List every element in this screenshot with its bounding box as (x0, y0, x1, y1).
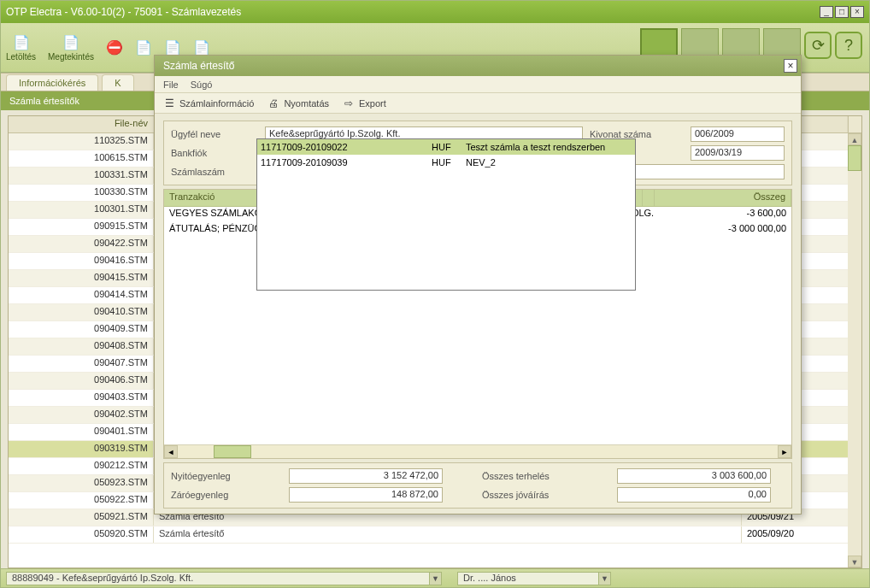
scroll-left-icon[interactable]: ◄ (164, 445, 178, 458)
tool-4[interactable]: 📄 (135, 39, 152, 56)
field-date[interactable]: 2009/03/19 (691, 145, 785, 161)
cell-file: 100330.STM (9, 185, 154, 201)
download-tool[interactable]: 📄 Letöltés (6, 33, 36, 62)
tab-info[interactable]: Információkérés (6, 74, 98, 91)
window-controls: _ □ × (820, 6, 864, 18)
tool-6[interactable]: 📄 (193, 39, 210, 56)
doc-icon: 📄 (164, 39, 181, 56)
scroll-thumb-h[interactable] (214, 445, 251, 458)
scroll-right-icon[interactable]: ► (778, 445, 791, 458)
minimize-button[interactable]: _ (820, 6, 833, 18)
col-amount[interactable]: Összeg (655, 190, 791, 206)
help-button[interactable]: ? (835, 32, 862, 59)
label-credit: Összes jóváírás (482, 490, 610, 500)
label-account: Számlaszám (171, 167, 258, 177)
cell-date: 2005/09/20 (742, 526, 861, 543)
cell-file: 090407.STM (9, 356, 154, 372)
cell-file: 090416.STM (9, 253, 154, 269)
scroll-down-icon[interactable]: ▼ (848, 556, 861, 567)
action-print[interactable]: 🖨 Nyomtatás (267, 97, 329, 109)
doc-icon: 📄 (193, 39, 210, 56)
cell-file: 100301.STM (9, 202, 154, 218)
table-row[interactable]: 050920.STMSzámla értesítő2005/09/20 (9, 526, 861, 544)
modal-title: Számla értesítő (163, 60, 234, 72)
scroll-up-icon[interactable]: ▲ (848, 133, 861, 145)
dropdown-option[interactable]: 11717009-20109039HUFNEV_2 (257, 155, 635, 170)
cell-file: 090319.STM (9, 441, 154, 457)
printer-icon: 🖨 (267, 97, 279, 109)
trans-end (643, 222, 655, 238)
cell-file: 090403.STM (9, 390, 154, 406)
view-tool[interactable]: 📄 Megtekintés (48, 33, 94, 62)
tool-3[interactable]: ⛔ (106, 39, 123, 56)
label-debit: Összes terhelés (482, 471, 610, 481)
chevron-down-icon: ▼ (429, 573, 441, 585)
cell-file: 090406.STM (9, 373, 154, 389)
tab-k[interactable]: K (102, 74, 133, 91)
action-export-label: Export (359, 98, 386, 109)
account-dropdown-list[interactable]: 11717009-20109022HUFTeszt számla a teszt… (256, 138, 636, 291)
menu-help[interactable]: Súgó (191, 79, 213, 90)
label-branch: Bankfiók (171, 148, 258, 158)
doc-icon: 📄 (135, 39, 152, 56)
delete-icon: ⛔ (106, 39, 123, 56)
titlebar: OTP Electra - V6.00-10(2) - 75091 - Szám… (1, 1, 869, 23)
restore-button[interactable]: □ (835, 6, 849, 18)
window-title: OTP Electra - V6.00-10(2) - 75091 - Szám… (6, 6, 241, 18)
download-icon: 📄 (13, 33, 30, 50)
cell-file: 050921.STM (9, 509, 154, 526)
menu-file[interactable]: File (163, 79, 179, 90)
export-icon: ⇨ (343, 97, 355, 109)
tool-5[interactable]: 📄 (164, 39, 181, 56)
field-credit: 0,00 (617, 487, 771, 503)
dropdown-option[interactable]: 11717009-20109022HUFTeszt számla a teszt… (257, 139, 635, 155)
modal-toolbar: ☰ Számlainformáció 🖨 Nyomtatás ⇨ Export (155, 93, 801, 114)
status-company-label: 88889049 - Kefe&seprűgyártó Ip.Szolg. Kf… (12, 573, 193, 583)
scroll-thumb[interactable] (848, 145, 861, 171)
scroll-track[interactable] (178, 445, 778, 458)
cell-file: 090422.STM (9, 236, 154, 252)
status-company-dropdown[interactable]: ▼ 88889049 - Kefe&seprűgyártó Ip.Szolg. … (6, 572, 442, 585)
cell-file: 090402.STM (9, 407, 154, 423)
chevron-down-icon: ▼ (598, 573, 610, 585)
opt-name: Teszt számla a teszt rendszerben (466, 142, 632, 152)
action-export[interactable]: ⇨ Export (343, 97, 386, 109)
label-open: Nyitóegyenleg (171, 471, 282, 481)
cell-file: 050923.STM (9, 475, 154, 491)
cell-file: 090915.STM (9, 219, 154, 235)
field-close: 148 872,00 (289, 487, 443, 503)
download-label: Letöltés (6, 52, 36, 62)
cell-file: 050920.STM (9, 526, 154, 543)
cell-file: 110325.STM (9, 133, 154, 150)
grid-scrollbar[interactable]: ▲ ▼ (848, 133, 861, 567)
cell-file: 090415.STM (9, 270, 154, 286)
label-client: Ügyfél neve (171, 129, 258, 139)
modal-close-button[interactable]: × (784, 59, 797, 73)
status-bar: ▼ 88889049 - Kefe&seprűgyártó Ip.Szolg. … (1, 568, 869, 587)
cell-file: 090401.STM (9, 424, 154, 440)
cell-file: 090414.STM (9, 287, 154, 303)
status-user-dropdown[interactable]: ▼ Dr. .... János (457, 572, 611, 585)
field-stmtno[interactable]: 006/2009 (691, 126, 785, 142)
cell-file: 100615.STM (9, 150, 154, 167)
cell-file: 090408.STM (9, 338, 154, 355)
col-scroll-spacer (848, 116, 861, 132)
col-file[interactable]: File-név (9, 116, 154, 132)
trans-scroll-h[interactable]: ◄ ► (164, 444, 791, 458)
status-user-label: Dr. .... János (463, 573, 516, 583)
action-print-label: Nyomtatás (284, 98, 329, 109)
cell-file: 090212.STM (9, 458, 154, 474)
cell-desc: Számla értesítő (154, 526, 742, 543)
action-accountinfo[interactable]: ☰ Számlainformáció (163, 97, 254, 109)
modal-menubar: File Súgó (155, 76, 801, 93)
modal-titlebar: Számla értesítő × (155, 56, 801, 76)
col-gap (643, 190, 655, 206)
sub-header-label: Számla értesítők (9, 96, 79, 106)
trans-amt: -3 000 000,00 (655, 222, 791, 238)
opt-acct: 11717009-20109022 (261, 142, 432, 152)
close-button[interactable]: × (850, 6, 864, 18)
opt-name: NEV_2 (466, 157, 632, 168)
opt-cur: HUF (432, 142, 466, 152)
field-open: 3 152 472,00 (289, 468, 443, 484)
refresh-button[interactable]: ⟳ (804, 32, 832, 59)
